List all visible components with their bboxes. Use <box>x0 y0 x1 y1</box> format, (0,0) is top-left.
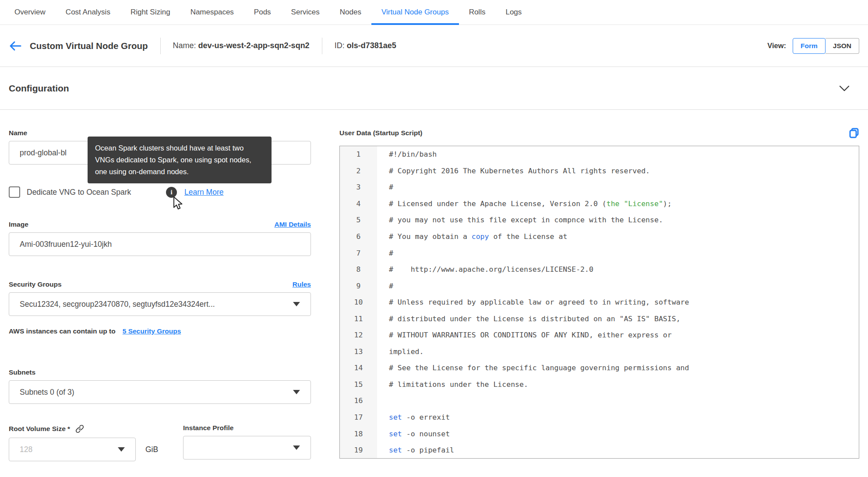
code-line: 7# <box>340 245 859 261</box>
user-data-title: User Data (Startup Script) <box>339 129 422 137</box>
code-line: 13implied. <box>340 344 859 360</box>
code-line-text: # Copyright 2016 The Kubernetes Authors … <box>377 163 650 179</box>
code-line: 10# Unless required by applicable law or… <box>340 294 859 311</box>
code-line-text: # http://www.apache.org/licenses/LICENSE… <box>377 261 593 278</box>
line-number: 13 <box>340 344 377 360</box>
code-line: 4# Licensed under the Apache License, Ve… <box>340 196 859 212</box>
code-line: 9# <box>340 277 859 294</box>
line-number: 17 <box>340 409 377 426</box>
line-number: 19 <box>340 442 377 459</box>
name-input-value: prod-global-bl <box>20 148 67 158</box>
code-line: 16 <box>340 393 859 409</box>
learn-more-link[interactable]: Learn More <box>184 188 224 197</box>
code-editor[interactable]: 1#!/bin/bash2# Copyright 2016 The Kubern… <box>339 146 859 459</box>
tab-overview[interactable]: Overview <box>4 0 56 25</box>
tab-cost-analysis[interactable]: Cost Analysis <box>56 0 120 25</box>
instance-profile-select[interactable] <box>183 436 311 459</box>
divider <box>160 38 161 54</box>
chevron-down-icon[interactable] <box>839 85 850 91</box>
security-groups-helper-link[interactable]: 5 Security Groups <box>123 327 181 335</box>
line-number: 18 <box>340 425 377 442</box>
view-toggle: FormJSON <box>793 38 859 54</box>
subnets-value: Subnets 0 (of 3) <box>20 388 74 397</box>
view-switcher: View: FormJSON <box>767 38 859 54</box>
tab-rolls[interactable]: Rolls <box>459 0 496 25</box>
code-line: 1#!/bin/bash <box>340 146 859 163</box>
vng-id-label: ID: <box>335 41 345 50</box>
line-number: 4 <box>340 196 377 212</box>
code-line-text: # <box>377 179 393 196</box>
dropdown-caret-icon <box>118 447 125 452</box>
tab-nodes[interactable]: Nodes <box>330 0 371 25</box>
code-line-text: # you may not use this file except in co… <box>377 212 663 228</box>
code-line-text: # See the License for the specific langu… <box>377 360 689 376</box>
security-groups-helper-text: AWS instances can contain up to <box>9 327 116 335</box>
vng-name-label: Name: <box>173 41 196 50</box>
name-field-label: Name <box>9 129 311 137</box>
code-line: 3# <box>340 179 859 196</box>
line-number: 2 <box>340 163 377 179</box>
tab-namespaces[interactable]: Namespaces <box>180 0 244 25</box>
code-line: 17set -o errexit <box>340 409 859 426</box>
code-line-text: # Unless required by applicable law or a… <box>377 294 689 311</box>
code-line-text: # limitations under the License. <box>377 376 528 393</box>
view-label: View: <box>767 42 786 50</box>
image-input[interactable]: Ami-003fruuen12-yui-10jkh <box>9 232 311 256</box>
code-line-text: #!/bin/bash <box>377 146 437 163</box>
ami-details-link[interactable]: AMI Details <box>274 221 311 228</box>
code-line: 8# http://www.apache.org/licenses/LICENS… <box>340 261 859 278</box>
line-number: 3 <box>340 179 377 196</box>
security-groups-select[interactable]: Secu12324, secgroup23470870, segtuyfsd12… <box>9 292 311 316</box>
tab-services[interactable]: Services <box>281 0 330 25</box>
rules-link[interactable]: Rules <box>293 281 311 288</box>
vng-name: Name: dev-us-west-2-app-sqn2-sqn2 <box>173 41 310 50</box>
dedicate-vng-row: Dedicate VNG to Ocean Spark i Learn More <box>9 186 311 198</box>
configuration-section-header[interactable]: Configuration <box>0 67 868 110</box>
code-line: 14# See the License for the specific lan… <box>340 360 859 376</box>
code-line-text: # WITHOUT WARRANTIES OR CONDITIONS OF AN… <box>377 327 672 344</box>
tab-virtual-node-groups[interactable]: Virtual Node Groups <box>371 0 459 25</box>
dedicate-checkbox[interactable] <box>9 186 20 198</box>
subnets-select[interactable]: Subnets 0 (of 3) <box>9 380 311 404</box>
line-number: 10 <box>340 294 377 311</box>
user-data-column: User Data (Startup Script) 1#!/bin/bash2… <box>339 110 859 461</box>
line-number: 11 <box>340 310 377 327</box>
code-line-text: # <box>377 245 393 261</box>
section-title: Configuration <box>9 83 69 94</box>
back-button[interactable] <box>9 41 22 51</box>
tab-logs[interactable]: Logs <box>495 0 532 25</box>
line-number: 5 <box>340 212 377 228</box>
tooltip: Ocean Spark clusters should have at leas… <box>88 137 272 183</box>
tab-right-sizing[interactable]: Right Sizing <box>120 0 180 25</box>
code-line-text: # <box>377 277 393 294</box>
copy-icon[interactable] <box>849 127 859 139</box>
info-icon[interactable]: i <box>166 187 177 198</box>
code-line-text: # You may obtain a copy of the License a… <box>377 228 567 245</box>
line-number: 6 <box>340 228 377 245</box>
subnets-label: Subnets <box>9 368 311 376</box>
line-number: 15 <box>340 376 377 393</box>
line-number: 9 <box>340 277 377 294</box>
vng-id-value: ols-d7381ae5 <box>347 41 396 50</box>
link-icon <box>75 424 85 434</box>
code-line: 2# Copyright 2016 The Kubernetes Authors… <box>340 163 859 179</box>
line-number: 16 <box>340 393 377 409</box>
line-number: 12 <box>340 327 377 344</box>
root-volume-size-placeholder: 128 <box>20 445 32 454</box>
page-header: Custom Virtual Node Group Name: dev-us-w… <box>0 25 868 67</box>
code-line-text: # distributed under the License is distr… <box>377 310 681 327</box>
view-option-form[interactable]: Form <box>793 38 826 54</box>
line-number: 7 <box>340 245 377 261</box>
code-line: 11# distributed under the License is dis… <box>340 310 859 327</box>
root-volume-size-label: Root Volume Size * <box>9 425 70 433</box>
code-line: 18set -o nounset <box>340 425 859 442</box>
vng-name-value: dev-us-west-2-app-sqn2-sqn2 <box>198 41 310 50</box>
code-line: 15# limitations under the License. <box>340 376 859 393</box>
page-title: Custom Virtual Node Group <box>30 41 148 51</box>
code-line-text <box>377 393 389 409</box>
root-volume-size-select[interactable]: 128 <box>9 438 136 461</box>
view-option-json[interactable]: JSON <box>826 38 859 54</box>
code-line-text: implied. <box>377 344 423 360</box>
tab-pods[interactable]: Pods <box>244 0 281 25</box>
dedicate-checkbox-label: Dedicate VNG to Ocean Spark <box>27 188 166 197</box>
